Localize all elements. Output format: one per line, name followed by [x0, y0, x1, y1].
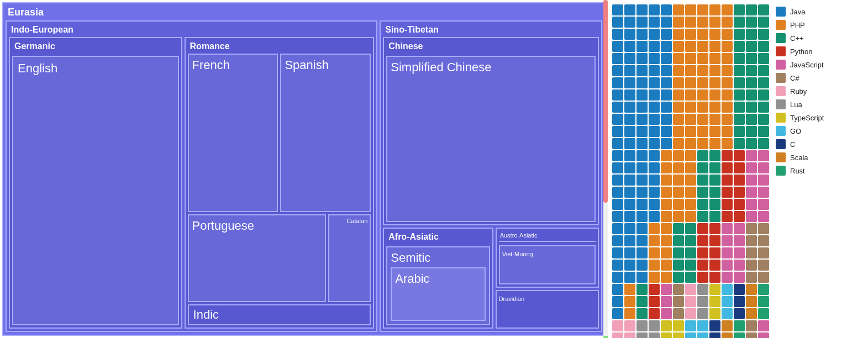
- waffle-cell: [636, 150, 648, 161]
- waffle-cell: [709, 4, 720, 15]
- waffle-cell: [722, 138, 733, 149]
- waffle-cell: [661, 272, 672, 283]
- waffle-cell: [734, 114, 745, 125]
- waffle-cell: [649, 260, 660, 271]
- waffle-cell: [758, 223, 769, 234]
- waffle-cell: [722, 162, 733, 173]
- legend-label: C++: [790, 34, 804, 43]
- waffle-cell: [758, 126, 769, 137]
- waffle-cell: [734, 89, 745, 101]
- english-box: English: [12, 56, 179, 325]
- portuguese-box: Portuguese: [188, 214, 326, 302]
- waffle-cell: [758, 175, 769, 186]
- waffle-cell: [709, 308, 720, 319]
- waffle-cell: [636, 162, 648, 173]
- waffle-cell: [673, 272, 684, 283]
- waffle-cell: [758, 199, 769, 210]
- waffle-cell: [746, 223, 757, 234]
- waffle-cell: [673, 17, 684, 28]
- waffle-cell: [722, 308, 733, 319]
- waffle-cell: [746, 150, 757, 161]
- waffle-cell: [661, 187, 672, 198]
- waffle-cell: [612, 150, 623, 161]
- waffle-cell: [649, 17, 660, 28]
- waffle-cell: [649, 308, 660, 319]
- waffle-cell: [709, 187, 720, 198]
- waffle-cell: [673, 114, 684, 125]
- waffle-cell: [661, 53, 672, 64]
- simplified-chinese-box: Simplified Chinese: [386, 56, 596, 222]
- waffle-cell: [636, 320, 648, 331]
- legend-item: Rust: [776, 166, 842, 176]
- romance-box: Romance French Spanish: [185, 37, 375, 329]
- waffle-cell: [649, 187, 660, 198]
- waffle-cell: [661, 247, 672, 258]
- waffle-cell: [649, 175, 660, 186]
- waffle-cell: [697, 77, 708, 88]
- waffle-cell: [746, 65, 757, 76]
- waffle-cell: [697, 284, 708, 295]
- waffle-cell: [734, 126, 745, 137]
- waffle-cell: [697, 211, 708, 222]
- waffle-cell: [636, 17, 648, 28]
- waffle-cell: [661, 150, 672, 161]
- waffle-cell: [624, 77, 635, 88]
- waffle-cell: [624, 102, 635, 113]
- waffle-cell: [697, 272, 708, 283]
- waffle-cell: [697, 175, 708, 186]
- waffle-cell: [649, 41, 660, 52]
- sino-tibetan-box: Sino-Tibetan Chinese Simplified Chinese …: [380, 20, 602, 332]
- waffle-cell: [636, 4, 648, 15]
- waffle-cell: [612, 223, 623, 234]
- waffle-cell: [746, 187, 757, 198]
- waffle-cell: [636, 235, 648, 246]
- waffle-cell: [709, 29, 720, 40]
- waffle-cell: [697, 102, 708, 113]
- waffle-cell: [685, 320, 696, 331]
- right-panel: JavaPHPC++PythonJavaScriptC#RubyLuaTypeS…: [608, 0, 868, 338]
- legend-label: C#: [790, 74, 799, 82]
- waffle-cell: [612, 332, 623, 338]
- waffle-cell: [673, 284, 684, 295]
- chinese-box: Chinese Simplified Chinese: [383, 37, 599, 225]
- waffle-cell: [685, 296, 696, 307]
- spanish-box: Spanish: [280, 54, 371, 212]
- waffle-cell: [709, 114, 720, 125]
- waffle-cell: [685, 150, 696, 161]
- waffle-cell: [746, 284, 757, 295]
- waffle-cell: [624, 260, 635, 271]
- waffle-cell: [685, 284, 696, 295]
- waffle-cell: [709, 150, 720, 161]
- legend-color-swatch: [776, 86, 786, 96]
- waffle-cell: [685, 308, 696, 319]
- waffle-cell: [697, 296, 708, 307]
- waffle-cell: [673, 187, 684, 198]
- waffle-cell: [746, 260, 757, 271]
- waffle-cell: [734, 65, 745, 76]
- waffle-cell: [758, 320, 769, 331]
- waffle-cell: [636, 332, 648, 338]
- waffle-cell: [649, 199, 660, 210]
- waffle-cell: [709, 102, 720, 113]
- legend-item: TypeScript: [776, 113, 842, 123]
- waffle-cell: [734, 29, 745, 40]
- waffle-cell: [661, 138, 672, 149]
- waffle-cell: [636, 138, 648, 149]
- english-label: English: [18, 61, 57, 76]
- waffle-cell: [746, 296, 757, 307]
- waffle-cell: [722, 150, 733, 161]
- waffle-cell: [649, 77, 660, 88]
- waffle-cell: [612, 89, 623, 101]
- waffle-cell: [636, 247, 648, 258]
- waffle-cell: [697, 150, 708, 161]
- waffle-cell: [697, 53, 708, 64]
- legend-item: Java: [776, 7, 842, 17]
- waffle-cell: [612, 138, 623, 149]
- waffle-cell: [624, 235, 635, 246]
- catalan-box: Catalan: [328, 214, 371, 302]
- waffle-cell: [624, 284, 635, 295]
- waffle-cell: [649, 296, 660, 307]
- treemap-scrollbar[interactable]: [603, 0, 608, 338]
- austro-column: Austro-Asiatic Viet-Muong Dravidian: [496, 228, 599, 329]
- waffle-cell: [709, 296, 720, 307]
